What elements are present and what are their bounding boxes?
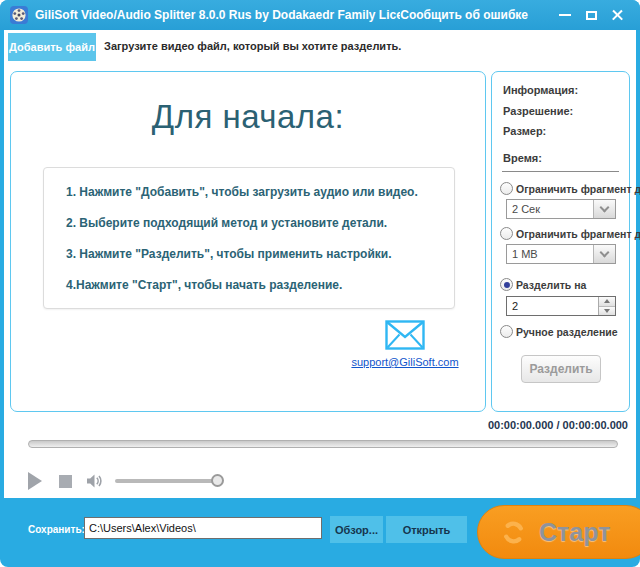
step-line: 3. Нажмите "Разделить", чтобы применить … xyxy=(66,247,444,261)
radio-selected-icon xyxy=(500,278,513,291)
footer-bar: Сохранить: Обзор... Открыть Старт xyxy=(4,498,636,563)
info-label: Информация: xyxy=(503,84,578,96)
split-count-stepper[interactable]: 2 xyxy=(506,296,616,316)
stepper-buttons xyxy=(598,297,615,315)
time-display: 00:00:00.000 / 00:00:00.000 xyxy=(488,419,628,431)
support-email-link[interactable]: support@GiliSoft.com xyxy=(351,356,458,368)
stepper-down-button[interactable] xyxy=(599,306,615,316)
chevron-down-icon[interactable] xyxy=(593,245,615,263)
stepper-up-button[interactable] xyxy=(599,297,615,306)
window-title: GiliSoft Video/Audio Splitter 8.0.0 Rus … xyxy=(35,8,400,22)
browse-button[interactable]: Обзор... xyxy=(330,516,383,543)
spinner-down-icon xyxy=(604,309,610,313)
main-panel: Для начала: 1. Нажмите "Добавить", чтобы… xyxy=(10,71,486,412)
close-icon xyxy=(611,9,624,22)
toolbar-hint: Загрузите видео файл, который вы хотите … xyxy=(104,40,401,52)
add-file-tab[interactable]: Добавить файл xyxy=(8,33,96,61)
envelope-icon xyxy=(385,320,425,350)
radio-label: Ручное разделение xyxy=(516,326,618,338)
steps-box: 1. Нажмите "Добавить", чтобы загрузить а… xyxy=(43,167,455,309)
save-label: Сохранить: xyxy=(28,524,85,535)
maximize-icon xyxy=(586,11,597,20)
stop-icon xyxy=(59,475,72,488)
play-button[interactable] xyxy=(28,472,42,490)
radio-label: Ограничить фрагмент до xyxy=(516,228,640,240)
resolution-label: Разрешение: xyxy=(503,105,573,117)
maximize-button[interactable] xyxy=(580,5,602,25)
split-button[interactable]: Разделить xyxy=(521,355,601,383)
support-block: support@GiliSoft.com xyxy=(349,320,461,370)
radio-split-into[interactable]: Разделить на xyxy=(500,278,586,291)
close-button[interactable] xyxy=(606,5,628,25)
radio-limit-duration[interactable]: Ограничить фрагмент до xyxy=(500,182,640,195)
radio-icon xyxy=(500,182,513,195)
player-controls xyxy=(28,468,220,494)
duration-select[interactable]: 2 Сек xyxy=(506,199,616,219)
film-reel-icon xyxy=(10,6,28,24)
step-line: 2. Выберите подходящий метод и установит… xyxy=(66,216,444,230)
page-title: Для начала: xyxy=(11,98,485,136)
volume-knob[interactable] xyxy=(211,474,224,487)
spinner-up-icon xyxy=(604,299,610,303)
size-label: Размер: xyxy=(503,125,546,137)
chevron-down-icon[interactable] xyxy=(593,200,615,218)
stop-button[interactable] xyxy=(59,475,72,488)
split-count-value: 2 xyxy=(507,300,598,312)
save-path-input[interactable] xyxy=(84,517,322,539)
duration-select-value: 2 Сек xyxy=(507,203,593,215)
start-label: Старт xyxy=(539,518,610,547)
radio-icon xyxy=(500,227,513,240)
step-line: 4.Нажмите "Старт", чтобы начать разделен… xyxy=(66,278,444,292)
minimize-icon xyxy=(559,14,571,16)
start-button[interactable]: Старт xyxy=(477,505,640,559)
size-select[interactable]: 1 MB xyxy=(506,244,616,264)
radio-manual-split[interactable]: Ручное разделение xyxy=(500,325,618,338)
size-select-value: 1 MB xyxy=(507,248,593,260)
time-label: Время: xyxy=(503,152,542,164)
radio-limit-size[interactable]: Ограничить фрагмент до xyxy=(500,227,640,240)
minimize-button[interactable] xyxy=(554,5,576,25)
step-line: 1. Нажмите "Добавить", чтобы загрузить а… xyxy=(66,185,444,199)
title-bar: GiliSoft Video/Audio Splitter 8.0.0 Rus … xyxy=(0,0,640,30)
volume-slider[interactable] xyxy=(115,479,220,483)
radio-label: Разделить на xyxy=(516,279,586,291)
speaker-icon[interactable] xyxy=(86,473,103,489)
radio-label: Ограничить фрагмент до xyxy=(516,183,640,195)
radio-icon xyxy=(500,325,513,338)
content-area: Добавить файл Загрузите видео файл, кото… xyxy=(4,30,636,498)
swirl-icon xyxy=(500,519,527,546)
report-error-link[interactable]: Сообщить об ошибке xyxy=(400,8,528,22)
play-icon xyxy=(28,472,42,490)
info-panel: Информация: Разрешение: Размер: Время: О… xyxy=(491,71,630,412)
seek-bar[interactable] xyxy=(28,440,618,448)
app-window: GiliSoft Video/Audio Splitter 8.0.0 Rus … xyxy=(0,0,640,567)
open-button[interactable]: Открыть xyxy=(386,516,467,543)
divider xyxy=(502,171,619,172)
